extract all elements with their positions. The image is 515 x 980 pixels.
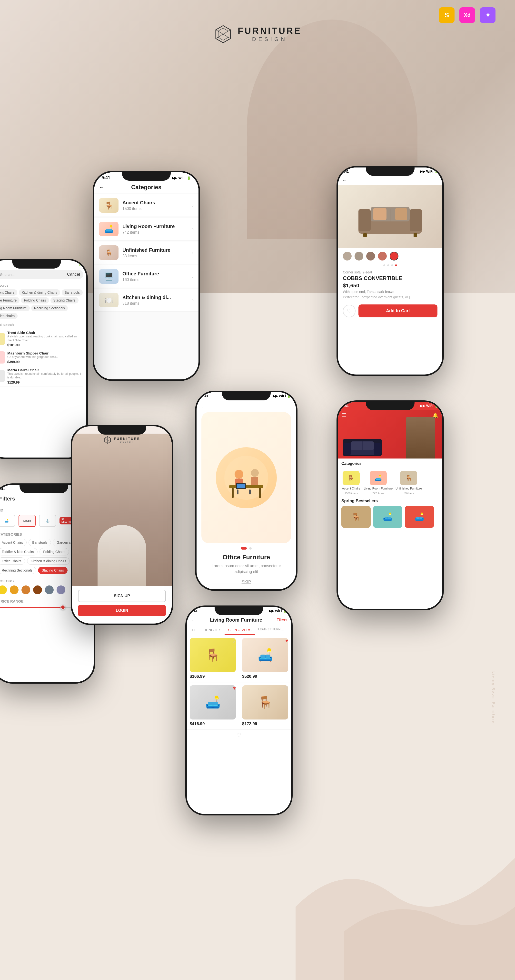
carousel-dot-3[interactable]	[391, 264, 393, 266]
filter-tag-kitchen[interactable]: Kitchen & dining Chairs	[27, 557, 70, 565]
onboarding-back-button[interactable]: ←	[196, 400, 296, 412]
wishlist-pink-sofa[interactable]: ♥	[285, 638, 288, 644]
swatch-4[interactable]	[378, 252, 387, 261]
color-brown[interactable]	[21, 585, 30, 594]
filter-tag-office[interactable]: Office Chairs	[0, 557, 25, 565]
brand-icon-3[interactable]: ⚓	[39, 515, 56, 527]
hamburger-menu-icon[interactable]: ☰	[342, 412, 347, 418]
recent-item-trent[interactable]: 🪑 Trent Side Chair A stylish open seat, …	[0, 329, 83, 349]
brand-icon-1[interactable]: 🛋️	[0, 515, 15, 527]
tab-benches[interactable]: BENCHES	[200, 625, 225, 635]
tab-leather[interactable]: LEATHER FURNI...	[255, 625, 287, 635]
search-bar-container[interactable]: 🔍 Search... Cancel	[0, 270, 83, 279]
bottom-wave-decoration	[296, 809, 515, 980]
wishlist-yellow-chair[interactable]: ♡	[231, 638, 236, 644]
carousel-dot-2[interactable]	[387, 264, 389, 266]
category-item-office[interactable]: 🖥️ Office Furniture 160 items ›	[94, 265, 198, 288]
product-card-gray-sofa[interactable]: ♥ 🛋️ $416.99	[187, 682, 239, 729]
cat-arrow-office: ›	[192, 274, 193, 279]
wishlist-gray-sofa[interactable]: ♥	[233, 685, 236, 691]
keyword-office-furniture[interactable]: Office Furniture	[0, 297, 19, 304]
keyword-living-room[interactable]: Living Room Furniture	[0, 305, 30, 311]
home-cat-unfinished[interactable]: 🪑 Unfinished Furniture 53 items	[396, 471, 422, 495]
color-yellow[interactable]	[0, 585, 7, 594]
products-filter-button[interactable]: Filters	[277, 618, 287, 622]
swatch-3[interactable]	[366, 252, 375, 261]
color-gray[interactable]	[45, 585, 54, 594]
keywords-title: t Keywords	[0, 283, 83, 287]
onboarding-slide-title: Office Furniture	[196, 554, 296, 563]
keyword-stacing-chairs[interactable]: Stacing Chairs	[51, 297, 79, 304]
back-button-detail[interactable]: ←	[342, 177, 347, 183]
cancel-search-button[interactable]: Cancel	[67, 272, 80, 277]
logo-furniture: FURNITURE	[238, 26, 302, 36]
color-blue-gray[interactable]	[57, 585, 65, 594]
brand-icon-2[interactable]: DIGIR	[19, 515, 36, 527]
time-categories: 9:41	[101, 175, 110, 180]
filter-tag-toddler[interactable]: Toddler & kids Chairs	[0, 548, 38, 555]
filter-tag-reclining[interactable]: Reclining Sectionals	[0, 567, 36, 574]
swatch-5-active[interactable]	[390, 252, 398, 261]
keyword-accent-chairs[interactable]: Accent Chairs	[0, 289, 17, 296]
keyword-garden[interactable]: Garden chairs	[0, 313, 17, 319]
recent-item-mashburn[interactable]: 🪑 Mashburn Slipper Chair Go anywhere wit…	[0, 349, 83, 366]
tab-table[interactable]: ..LE	[187, 625, 200, 635]
filter-tag-bar[interactable]: Bar stools	[29, 539, 51, 546]
category-item-accent[interactable]: 🪑 Accent Chairs 1500 items ›	[94, 194, 198, 217]
categories-title: Categories	[131, 184, 162, 191]
product-card-yellow-chair[interactable]: ♡ 🪑 $166.99	[187, 635, 239, 682]
product-card-pink-sofa[interactable]: ♥ 🛋️ $520.99	[239, 635, 291, 682]
login-button[interactable]: LOGIN	[78, 605, 166, 616]
recent-name-trent: Trent Side Chair	[7, 331, 83, 335]
illustration-circle	[216, 447, 277, 508]
category-item-unfinished[interactable]: 🪑 Unfinished Furniture 53 items ›	[94, 242, 198, 264]
add-to-cart-button[interactable]: Add to Cart	[358, 304, 437, 317]
spring-card-2[interactable]: 🛋️	[373, 506, 402, 528]
category-item-living[interactable]: 🛋️ Living Room Furniture 742 items ›	[94, 218, 198, 240]
filter-tag-accent[interactable]: Accent Chairs	[0, 539, 27, 546]
filter-tag-stacing[interactable]: Stacing Chairs	[38, 567, 68, 574]
home-cat-label-unfinished: Unfinished Furniture	[396, 487, 422, 490]
filter-tag-folding[interactable]: Folding Chairs	[40, 548, 69, 555]
keyword-kitchen-chairs[interactable]: Kitchen & dining Chairs	[19, 289, 60, 296]
back-button-products[interactable]: ←	[191, 617, 196, 623]
swatch-1[interactable]	[343, 252, 352, 261]
spring-card-3[interactable]: 🛋️	[405, 506, 434, 528]
wishlist-bottom-icon[interactable]: ♡	[236, 732, 241, 738]
cat-name-accent: Accent Chairs	[122, 200, 155, 205]
cat-thumb-kitchen: 🍽️	[99, 293, 119, 307]
color-orange[interactable]	[10, 585, 19, 594]
home-cat-accent[interactable]: 🪑 Accent Chairs 1500 items	[341, 471, 361, 495]
swatch-2[interactable]	[355, 252, 363, 261]
carousel-dot-1[interactable]	[383, 264, 385, 266]
price-slider-handle[interactable]	[60, 605, 65, 609]
recent-item-marta[interactable]: 🪑 Marta Barrel Chair This swedish round …	[0, 366, 83, 387]
signup-button[interactable]: SIGN UP	[78, 590, 166, 602]
detail-wishlist-button[interactable]: ♡	[343, 305, 355, 317]
status-bar-login	[72, 426, 172, 430]
keyword-reclining[interactable]: Reclining Sectionals	[31, 305, 68, 311]
spring-card-1[interactable]: 🪑	[341, 506, 371, 528]
svg-rect-28	[414, 233, 417, 237]
phone-home: 9:41 ▶▶ WiFi 🔋 ☰ 🔔 Catego	[336, 400, 444, 610]
keyword-folding-chairs[interactable]: Folding Chairs	[21, 297, 49, 304]
wishlist-wood-table[interactable]: ♡	[284, 685, 288, 691]
sofa-svg	[353, 194, 427, 239]
category-item-kitchen[interactable]: 🍽️ Kitchen & dining di... 318 items ›	[94, 289, 198, 312]
carousel-dot-4-active[interactable]	[395, 264, 397, 266]
svg-rect-18	[237, 490, 238, 495]
product-image-pink-sofa: 🛋️	[242, 638, 288, 672]
product-card-wood-table[interactable]: ♡ 🪑 $172.99	[239, 682, 291, 729]
home-cat-living[interactable]: 🛋️ Living Room Furniture 742 items	[364, 471, 393, 495]
tab-slipcovers[interactable]: SLIPCOVERS	[225, 625, 255, 635]
search-input-placeholder[interactable]: Search...	[0, 272, 65, 277]
keyword-bar-stools[interactable]: Bar stools	[62, 289, 82, 296]
detail-product-image	[338, 185, 442, 248]
login-brand-sub: DESIGN	[114, 441, 140, 443]
back-button-categories[interactable]: ←	[99, 184, 105, 191]
sketch-icon: S	[439, 7, 455, 23]
svg-rect-27	[363, 233, 367, 237]
color-dark-brown[interactable]	[33, 585, 42, 594]
spring-image-2: 🛋️	[373, 506, 402, 528]
skip-button[interactable]: SKIP	[196, 575, 296, 589]
